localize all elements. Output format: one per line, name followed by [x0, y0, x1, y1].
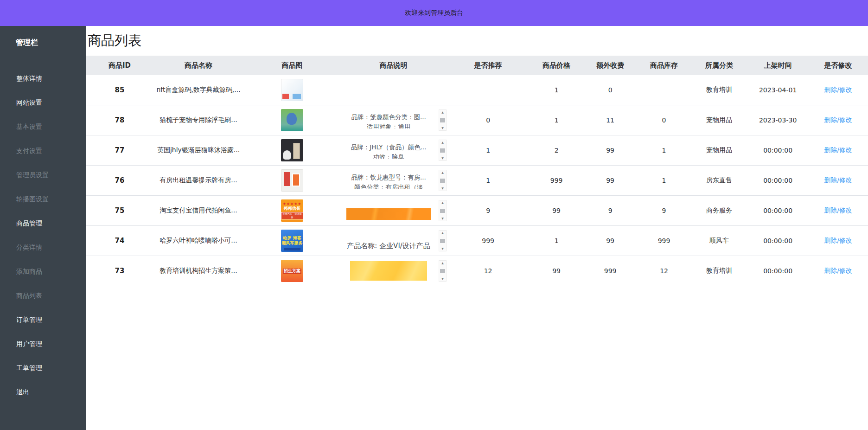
- sidebar-item-工单管理[interactable]: 工单管理: [0, 356, 86, 380]
- product-thumbnail-icon: 哈罗 海客顺风车服务: [281, 230, 303, 252]
- cell-extra-fee: 11: [583, 116, 637, 124]
- description-line: 功效：除臭: [373, 152, 404, 159]
- cell-product-name: 猫梳子宠物专用除浮毛刷...: [153, 116, 244, 124]
- delete-edit-link[interactable]: 删除/修改: [824, 206, 852, 214]
- scroll-thumb[interactable]: [440, 209, 445, 213]
- scroll-down-icon[interactable]: ▼: [441, 157, 444, 160]
- description-line: 产品名称: 企业VI/设计产品: [347, 241, 430, 251]
- table-row: 77英国jhly银渐层猫咪沐浴露...品牌：JHLY（食品）颜色...功效：除臭…: [86, 135, 868, 166]
- description-scroll-area: ▲▼: [340, 199, 447, 222]
- sidebar-item-整体详情[interactable]: 整体详情: [0, 66, 86, 90]
- cell-actions: 删除/修改: [808, 237, 868, 245]
- table-row: 73教育培训机构招生方案策...招生方案▲▼129999912教育培训00:00…: [86, 256, 868, 286]
- table-header-row: 商品ID商品名称商品图商品说明是否推荐商品价格额外收费商品库存所属分类上架时间是…: [86, 56, 868, 75]
- scroll-thumb[interactable]: [440, 239, 445, 243]
- cell-product-id: 77: [86, 146, 153, 154]
- description-scrollbar[interactable]: ▲▼: [439, 260, 447, 282]
- cell-price: 1: [530, 86, 583, 94]
- cell-product-id: 75: [86, 206, 153, 215]
- scroll-down-icon[interactable]: ▼: [441, 217, 444, 220]
- sidebar-item-支付设置[interactable]: 支付设置: [0, 139, 86, 163]
- column-header: 是否修改: [808, 61, 868, 70]
- delete-edit-link[interactable]: 删除/修改: [824, 86, 852, 93]
- column-header: 商品图: [244, 61, 340, 70]
- cell-actions: 删除/修改: [808, 206, 868, 215]
- cell-product-id: 78: [86, 116, 153, 124]
- rating-stars-icon: ★★★★★: [283, 202, 302, 206]
- cell-product-id: 85: [86, 86, 153, 94]
- sidebar-item-基本设置[interactable]: 基本设置: [0, 115, 86, 139]
- sidebar-item-网站设置[interactable]: 网站设置: [0, 90, 86, 115]
- cell-extra-fee: 99: [583, 237, 637, 244]
- delete-edit-link[interactable]: 删除/修改: [824, 116, 852, 123]
- scroll-up-icon[interactable]: ▲: [441, 201, 444, 204]
- description-scrollbar[interactable]: ▲▼: [439, 230, 447, 251]
- cell-product-image: ★★★★★邦邦信誉优质产品 一站式服务: [244, 199, 340, 222]
- sidebar-item-商品列表[interactable]: 商品列表: [0, 283, 86, 308]
- sidebar-item-管理员设置[interactable]: 管理员设置: [0, 163, 86, 187]
- scroll-thumb[interactable]: [440, 118, 445, 122]
- cell-product-description: ▲▼: [340, 260, 447, 282]
- product-thumbnail-icon: [281, 79, 303, 101]
- description-text: 品牌：笼趣颜色分类：圆...适用对象：通用: [340, 110, 437, 130]
- scroll-up-icon[interactable]: ▲: [441, 231, 444, 234]
- scroll-up-icon[interactable]: ▲: [441, 141, 444, 144]
- delete-edit-link[interactable]: 删除/修改: [824, 176, 852, 184]
- scroll-down-icon[interactable]: ▼: [441, 247, 444, 250]
- product-thumbnail-icon: 招生方案: [281, 260, 303, 282]
- product-thumbnail-icon: [281, 169, 303, 192]
- scroll-up-icon[interactable]: ▲: [441, 171, 444, 174]
- cell-product-description: 品牌：笼趣颜色分类：圆...适用对象：通用▲▼: [340, 109, 447, 131]
- cell-recommend: 9: [447, 207, 530, 214]
- cell-stock: 1: [637, 147, 691, 154]
- cell-product-description: ▲▼: [340, 199, 447, 222]
- cell-recommend: 1: [447, 147, 530, 154]
- cell-category: 宠物用品: [691, 116, 747, 124]
- cell-extra-fee: 99: [583, 147, 637, 154]
- description-scrollbar[interactable]: ▲▼: [439, 200, 447, 221]
- table-body: 85nft盲盒源码,数字典藏源码,...10教育培训2023-04-01删除/修…: [86, 75, 868, 286]
- sidebar-item-退出[interactable]: 退出: [0, 380, 86, 404]
- sidebar-item-轮播图设置[interactable]: 轮播图设置: [0, 187, 86, 211]
- cell-product-name: 教育培训机构招生方案策...: [153, 267, 244, 275]
- cell-product-description: 品牌：JHLY（食品）颜色...功效：除臭▲▼: [340, 139, 447, 161]
- description-text: 品牌：JHLY（食品）颜色...功效：除臭: [340, 140, 437, 160]
- scroll-thumb[interactable]: [440, 148, 445, 153]
- description-scroll-area: 品牌：JHLY（食品）颜色...功效：除臭▲▼: [340, 139, 447, 161]
- scroll-up-icon[interactable]: ▲: [441, 262, 444, 264]
- description-line: 品牌：JHLY（食品）颜色...: [351, 142, 426, 152]
- cell-product-image: [244, 169, 340, 192]
- delete-edit-link[interactable]: 删除/修改: [824, 237, 852, 244]
- scroll-down-icon[interactable]: ▼: [441, 127, 444, 129]
- scroll-up-icon[interactable]: ▲: [441, 111, 444, 114]
- sidebar-item-分类详情[interactable]: 分类详情: [0, 235, 86, 259]
- description-line: 适用对象：通用: [367, 122, 411, 128]
- description-scroll-area: 品牌：笼趣颜色分类：圆...适用对象：通用▲▼: [340, 109, 447, 131]
- description-scrollbar[interactable]: ▲▼: [439, 109, 447, 131]
- table-row: 85nft盲盒源码,数字典藏源码,...10教育培训2023-04-01删除/修…: [86, 75, 868, 105]
- sidebar: 管理栏 整体详情网站设置基本设置支付设置管理员设置轮播图设置商品管理分类详情添加…: [0, 26, 86, 430]
- cell-stock: 1: [637, 177, 691, 184]
- cell-product-id: 76: [86, 176, 153, 185]
- thumbnail-label: 邦邦信誉: [284, 206, 300, 211]
- description-scrollbar[interactable]: ▲▼: [439, 140, 447, 161]
- description-scrollbar[interactable]: ▲▼: [439, 170, 447, 191]
- delete-edit-link[interactable]: 删除/修改: [824, 267, 852, 274]
- cell-product-id: 73: [86, 267, 153, 275]
- sidebar-item-添加商品[interactable]: 添加商品: [0, 259, 86, 283]
- scroll-down-icon[interactable]: ▼: [441, 187, 444, 190]
- scroll-down-icon[interactable]: ▼: [441, 277, 444, 280]
- sidebar-item-用户管理[interactable]: 用户管理: [0, 332, 86, 356]
- sidebar-item-商品管理[interactable]: 商品管理: [0, 211, 86, 235]
- cell-shelf-time: 2023-03-30: [747, 116, 808, 124]
- column-header: 上架时间: [747, 61, 808, 70]
- scroll-thumb[interactable]: [440, 179, 445, 183]
- sidebar-item-订单管理[interactable]: 订单管理: [0, 308, 86, 332]
- scroll-thumb[interactable]: [440, 269, 445, 273]
- description-image: [340, 261, 437, 281]
- cell-category: 顺风车: [691, 237, 747, 245]
- column-header: 商品名称: [153, 61, 244, 70]
- yellow-banner-image: [350, 261, 427, 281]
- cell-shelf-time: 00:00:00: [747, 237, 808, 244]
- delete-edit-link[interactable]: 删除/修改: [824, 146, 852, 154]
